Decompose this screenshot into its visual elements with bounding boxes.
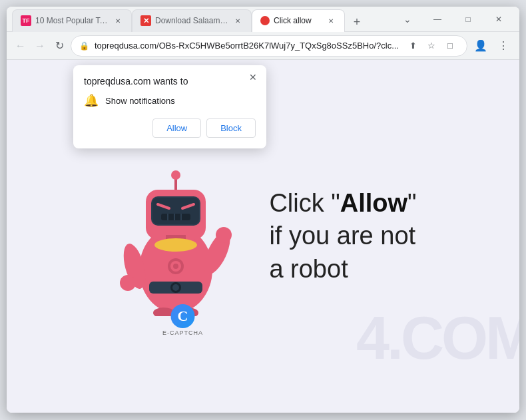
svg-point-15	[120, 275, 136, 291]
svg-point-20	[172, 284, 179, 291]
popup-close-button[interactable]: ✕	[246, 71, 260, 84]
address-bar[interactable]: 🔒 topreqdusa.com/OBs-RxC5HWBe5orrtB26K7l…	[71, 35, 467, 57]
menu-button[interactable]: ⋮	[493, 35, 514, 57]
allow-button[interactable]: Allow	[152, 118, 201, 138]
tab-3-active[interactable]: Click allow ✕	[252, 9, 345, 32]
tab-2[interactable]: ✕ Download Salaam:Vi... ✕	[132, 9, 252, 32]
cta-line2: if you are not	[269, 220, 416, 252]
popup-buttons: Allow Block	[84, 118, 256, 138]
popup-item-text: Show notifications	[105, 96, 175, 106]
tab-2-favicon: ✕	[140, 15, 151, 26]
browser-window: TF 10 Most Popular To... ✕ ✕ Download Sa…	[7, 7, 519, 413]
cta-text-block: Click "Allow" if you are not a robot	[269, 187, 416, 286]
robot-section: C E-CAPTCHA Click "Allow" if you are not…	[109, 136, 416, 336]
share-button[interactable]: ⬆	[404, 37, 421, 55]
new-tab-button[interactable]: +	[348, 13, 366, 32]
chevron-area: ⌄	[398, 10, 417, 29]
tab-3-title: Click allow	[274, 16, 322, 25]
tab-2-close[interactable]: ✕	[232, 15, 243, 26]
close-button[interactable]: ✕	[483, 7, 514, 32]
extensions-button[interactable]: □	[441, 37, 459, 55]
svg-point-3	[154, 238, 197, 252]
bell-icon: 🔔	[84, 93, 99, 108]
tab-1-title: 10 Most Popular To...	[35, 16, 109, 25]
svg-point-25	[173, 264, 178, 269]
lock-icon: 🔒	[79, 41, 89, 51]
nav-right: 👤 ⋮	[470, 35, 514, 57]
svg-rect-8	[161, 214, 190, 220]
svg-point-13	[171, 170, 180, 180]
content-area: 4.COM ✕ topreqdusa.com wants to 🔔 Show n…	[7, 60, 519, 413]
cta-line1: Click "Allow"	[269, 187, 416, 220]
minimize-button[interactable]: —	[422, 7, 453, 32]
bookmark-button[interactable]: ☆	[423, 37, 440, 55]
maximize-button[interactable]: □	[453, 7, 483, 32]
forward-button[interactable]: →	[31, 35, 48, 57]
address-text: topreqdusa.com/OBs-RxC5HWBe5orrtB26K7lWu…	[95, 41, 399, 51]
tabs-chevron[interactable]: ⌄	[398, 10, 417, 29]
captcha-label: E-CAPTCHA	[162, 329, 203, 336]
address-actions: ⬆ ☆ □	[404, 37, 459, 55]
tab-1-favicon: TF	[21, 15, 31, 26]
tab-3-close[interactable]: ✕	[326, 15, 336, 26]
popup-title: topreqdusa.com wants to	[84, 76, 256, 87]
block-button[interactable]: Block	[206, 118, 256, 138]
back-button[interactable]: ←	[12, 35, 29, 57]
nav-bar: ← → ↻ 🔒 topreqdusa.com/OBs-RxC5HWBe5orrt…	[7, 32, 519, 60]
robot-illustration: C E-CAPTCHA	[109, 136, 256, 336]
tab-3-favicon	[260, 16, 270, 25]
tab-2-title: Download Salaam:Vi...	[155, 16, 228, 25]
notification-popup: ✕ topreqdusa.com wants to 🔔 Show notific…	[73, 65, 266, 148]
captcha-logo: C	[170, 304, 194, 328]
captcha-badge: C E-CAPTCHA	[162, 304, 203, 336]
cta-line3: a robot	[269, 253, 416, 286]
reload-button[interactable]: ↻	[51, 35, 68, 57]
profile-button[interactable]: 👤	[470, 35, 491, 57]
tab-1-close[interactable]: ✕	[113, 15, 123, 26]
tab-1[interactable]: TF 10 Most Popular To... ✕	[12, 9, 132, 32]
tabs-bar: TF 10 Most Popular To... ✕ ✕ Download Sa…	[12, 7, 398, 32]
cta-bold: Allow	[340, 189, 407, 217]
svg-point-17	[216, 227, 232, 243]
popup-item: 🔔 Show notifications	[84, 93, 256, 108]
title-bar: TF 10 Most Popular To... ✕ ✕ Download Sa…	[7, 7, 519, 32]
